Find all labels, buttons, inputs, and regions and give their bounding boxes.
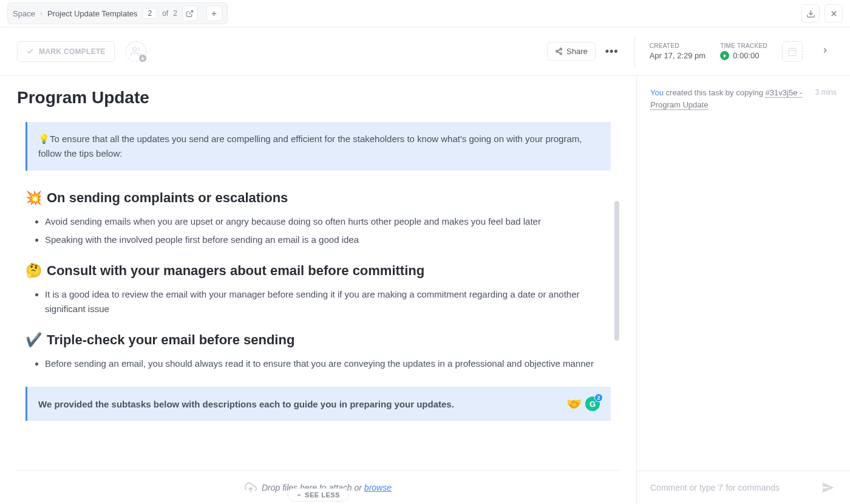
emoji-icon: ✔️ [25,332,42,348]
breadcrumb: Space › Project Update Templates 2 of 2 [7,2,228,24]
list-item[interactable]: Speaking with the involved people first … [45,233,611,247]
svg-point-9 [560,53,562,55]
svg-rect-12 [789,48,796,55]
bullet-list-2: Before sending an email, you should alwa… [25,356,611,371]
page-total-label: 2 [173,9,177,18]
footer-callout[interactable]: We provided the subtasks below with desc… [25,387,611,421]
main-split: Program Update 💡To ensure that all the u… [0,76,850,504]
footer-callout-text: We provided the subtasks below with desc… [38,399,454,409]
svg-line-11 [558,50,560,51]
breadcrumb-root[interactable]: Space [13,9,35,18]
badge-count: 2 [594,393,603,402]
activity-time: 3 mins [815,87,837,111]
header-toolbar: MARK COMPLETE + Share ••• CREATED Apr 17… [0,27,850,76]
section-heading-text: Consult with your managers about email b… [47,263,424,279]
time-tracked-block: TIME TRACKED 0:00:00 [720,43,767,60]
add-date-button[interactable] [782,41,803,62]
chevron-up-icon [296,492,302,498]
page-current-badge: 2 [143,8,158,19]
more-menu-button[interactable]: ••• [605,45,619,58]
chevron-right-icon: › [40,9,42,18]
check-icon [26,47,34,55]
top-bar: Space › Project Update Templates 2 of 2 [0,0,850,27]
svg-line-0 [189,10,193,14]
header-meta: CREATED Apr 17, 2:29 pm TIME TRACKED 0:0… [634,36,833,67]
emoji-icon: 💥 [25,190,42,206]
topbar-actions [801,4,843,22]
created-value: Apr 17, 2:29 pm [650,51,706,60]
svg-point-8 [556,50,558,52]
svg-line-10 [558,52,560,53]
handshake-icon: 🤝 [566,397,582,411]
comment-box[interactable]: Comment or type '/' for commands [637,471,850,504]
play-icon[interactable] [720,51,729,60]
header-left: MARK COMPLETE + [17,41,146,62]
header-right: Share ••• CREATED Apr 17, 2:29 pm TIME T… [547,36,833,67]
calendar-icon [787,47,797,56]
share-button[interactable]: Share [547,42,596,61]
see-less-label: SEE LESS [305,491,340,499]
time-tracked-label: TIME TRACKED [720,43,767,49]
expand-sidebar-button[interactable] [817,43,833,61]
created-label: CREATED [650,43,706,49]
plus-icon: + [138,54,147,63]
section-heading-text: On sending complaints or escalations [47,190,288,206]
section-heading-1[interactable]: 🤔 Consult with your managers about email… [25,263,611,279]
created-block: CREATED Apr 17, 2:29 pm [650,43,706,60]
time-tracked-value[interactable]: 0:00:00 [720,51,767,60]
share-icon [555,47,563,55]
activity-actor: You [650,88,664,97]
scrollbar-thumb[interactable] [614,201,619,341]
time-tracked-text: 0:00:00 [733,51,759,60]
mark-complete-button[interactable]: MARK COMPLETE [17,41,115,62]
activity-entry: You created this task by copying #31v3j5… [650,87,837,111]
bullet-list-1: It is a good idea to review the email wi… [25,287,611,316]
page-of-label: of [162,9,168,18]
footer-emojis: 🤝 G 2 [566,397,600,411]
content-pane: Program Update 💡To ensure that all the u… [0,76,636,504]
svg-point-6 [133,47,137,51]
add-assignee-button[interactable]: + [126,41,146,62]
breadcrumb-current[interactable]: Project Update Templates [47,9,138,18]
chevron-right-icon [821,46,829,55]
see-less-button[interactable]: SEE LESS [287,488,349,502]
activity-pane: You created this task by copying #31v3j5… [636,76,850,504]
bullet-list-0: Avoid sending emails when you are upset … [25,214,611,247]
activity-action: created this task by copying [664,88,766,97]
section-heading-text: Triple-check your email before sending [47,332,294,348]
svg-point-7 [560,48,562,50]
mark-complete-label: MARK COMPLETE [39,47,106,56]
send-icon[interactable] [820,481,837,494]
share-label: Share [566,47,588,56]
content-body: 💡To ensure that all the updates you send… [17,122,619,470]
section-heading-0[interactable]: 💥 On sending complaints or escalations [25,190,611,206]
list-item[interactable]: Before sending an email, you should alwa… [45,356,611,371]
activity-text: You created this task by copying #31v3j5… [650,87,809,111]
open-external-icon[interactable] [182,5,198,21]
add-button[interactable] [206,5,222,21]
list-item[interactable]: It is a good idea to review the email wi… [45,287,611,316]
page-title[interactable]: Program Update [17,88,619,107]
download-button[interactable] [801,4,820,22]
cloud-upload-icon [245,482,257,494]
section-heading-2[interactable]: ✔️ Triple-check your email before sendin… [25,332,611,348]
intro-callout[interactable]: 💡To ensure that all the updates you send… [25,122,611,171]
comment-placeholder: Comment or type '/' for commands [650,483,780,492]
close-button[interactable] [824,4,843,22]
emoji-icon: 🤔 [25,263,42,279]
browse-link[interactable]: browse [364,483,392,492]
grammarly-badge[interactable]: G 2 [585,397,600,411]
list-item[interactable]: Avoid sending emails when you are upset … [45,214,611,229]
